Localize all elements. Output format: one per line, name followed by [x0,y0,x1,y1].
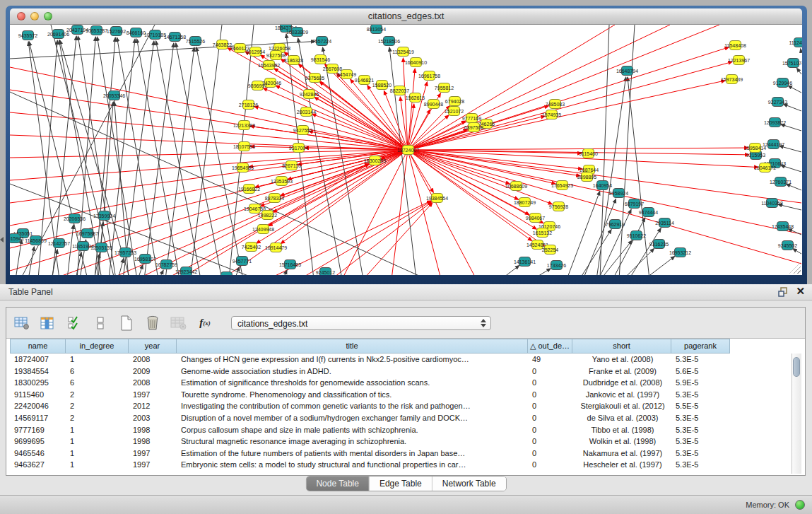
memory-status-icon[interactable] [795,500,805,510]
table-row[interactable]: 911546021997Tourette syndrome. Phenomeno… [10,389,801,401]
graph-node[interactable]: 16782759 [160,259,172,269]
graph-node[interactable]: 16975887 [81,228,93,238]
graph-node[interactable]: 8454749 [341,69,353,79]
graph-node[interactable]: 15751074 [787,58,799,68]
graph-node[interactable]: 9777169 [466,113,478,123]
graph-node[interactable]: 18724007 [402,145,414,155]
column-header-pagerank[interactable]: pagerank [671,339,730,354]
graph-node[interactable]: 7955812 [438,83,450,93]
graph-node[interactable]: 17654923 [556,180,568,190]
tab-node-table[interactable]: Node Table [306,477,369,491]
graph-node[interactable]: 16914479 [270,243,282,252]
graph-node[interactable]: 16648794 [621,66,633,76]
close-panel-icon[interactable]: ✕ [796,285,805,298]
graph-node[interactable]: 16958107 [139,254,151,264]
graph-node[interactable]: 22420046 [264,78,276,88]
graph-node[interactable]: 7485083 [549,99,561,109]
network-canvas[interactable]: 1872400794355722069140620437194106532871… [10,25,802,275]
table-row[interactable]: 1830029562008Estimation of significance … [10,377,801,389]
graph-node[interactable]: 11548408 [729,40,741,50]
graph-node[interactable]: 18807249 [519,197,531,207]
graph-node[interactable]: 7515526 [189,36,201,46]
graph-node[interactable]: 15218506 [383,36,395,46]
graph-node[interactable]: 20691406 [52,29,64,39]
tab-network-table[interactable]: Network Table [432,477,506,491]
graph-node[interactable]: 16953212 [674,247,686,257]
graph-node[interactable]: 2803144 [300,107,312,117]
graph-node[interactable]: 1527602 [110,26,122,36]
graph-node[interactable]: 9316235 [653,239,665,249]
graph-node[interactable]: 16033809 [291,27,303,37]
column-header-name[interactable]: name [10,339,66,354]
show-columns-icon[interactable] [40,315,57,332]
column-header-out_de[interactable]: △ out_de… [528,339,572,354]
graph-node[interactable]: 3915941 [10,233,20,243]
graph-node[interactable]: 9435572 [22,30,34,40]
function-builder-icon[interactable]: f(x) [196,315,213,332]
graph-node[interactable]: 1733426 [551,260,563,270]
graph-node[interactable]: 8813054 [370,25,382,34]
table-row[interactable]: 977716911998Corpus callosum shape and si… [10,424,801,436]
graph-node[interactable]: 15958414 [749,143,761,153]
graph-node[interactable]: 9510622 [630,230,642,240]
graph-node[interactable]: 9660123 [234,43,246,53]
graph-node[interactable]: 12760371 [775,177,787,187]
tab-edge-table[interactable]: Edge Table [369,477,432,491]
graph-node[interactable]: 9245502 [782,240,794,250]
graph-node[interactable]: 10688609 [510,181,522,191]
graph-node[interactable]: 11040358 [766,198,778,208]
column-header-short[interactable]: short [572,339,671,354]
graph-node[interactable]: 12444197 [767,139,779,149]
graph-node[interactable]: 14524851 [531,240,543,250]
graph-node[interactable]: 10653287 [90,25,102,35]
graph-node[interactable]: 7463822 [216,40,228,49]
graph-node[interactable]: 8958924 [613,188,625,198]
delete-table-icon[interactable] [170,315,187,332]
graph-node[interactable]: 12353593 [276,176,288,186]
row-selection-mode-icon[interactable] [66,315,83,332]
graph-node[interactable]: 2935114 [659,218,671,228]
network-window-titlebar[interactable]: citations_edges.txt [10,8,802,25]
table-row[interactable]: 1456911722003Disruption of a novel membe… [10,412,801,424]
graph-node[interactable]: 8466160 [130,28,142,37]
graph-node[interactable]: 12923442 [180,267,192,275]
graph-node[interactable]: 12093872 [769,117,781,127]
graph-node[interactable]: 7425402 [245,242,257,252]
graph-node[interactable]: 9427552 [297,125,309,135]
graph-node[interactable]: 1562615 [409,93,421,103]
close-window-icon[interactable] [17,12,25,21]
graph-node[interactable]: 17435448 [777,221,789,231]
zoom-window-icon[interactable] [44,12,52,21]
graph-node[interactable]: 9756928 [553,201,565,211]
table-select-combo[interactable]: citations_edges.txt [231,316,491,330]
graph-node[interactable]: 252254 [544,245,556,255]
graph-node[interactable]: 9457771 [236,256,248,266]
graph-node[interactable]: 14671358 [169,32,181,42]
graph-node[interactable]: 11451934 [77,241,89,251]
graph-node[interactable]: 20053346 [108,90,120,100]
graph-node[interactable]: 17957253 [119,247,131,257]
graph-node[interactable]: 16046172 [759,163,771,173]
graph-node[interactable]: 8267110 [286,160,298,170]
graph-node[interactable]: 9474444 [642,207,654,217]
new-table-icon[interactable] [118,315,135,332]
graph-node[interactable]: 16958412 [220,271,233,275]
graph-node[interactable]: 7557224 [316,36,328,46]
graph-node[interactable]: 2367608 [326,64,339,74]
graph-node[interactable]: 9317004 [293,143,305,153]
column-header-year[interactable]: year [129,339,177,354]
graph-node[interactable]: 19654985 [237,163,249,173]
graph-node[interactable]: 9831546 [314,54,326,64]
graph-node[interactable]: 16640910 [410,57,422,67]
graph-node[interactable]: 9375685 [309,73,321,83]
graph-node[interactable]: 12505135 [95,243,107,252]
graph-node[interactable]: 9327508 [270,50,282,60]
graph-node[interactable]: 1615132 [536,228,548,238]
graph-node[interactable]: 1588520 [376,80,388,90]
graph-node[interactable]: 9245012 [319,267,331,275]
graph-node[interactable]: 18107554 [238,141,250,151]
graph-node[interactable]: 1574935 [546,110,558,119]
column-header-in_degree[interactable]: in_degree [66,339,129,354]
table-vertical-scrollbar[interactable] [792,354,801,474]
graph-node[interactable]: 14136141 [519,257,531,267]
